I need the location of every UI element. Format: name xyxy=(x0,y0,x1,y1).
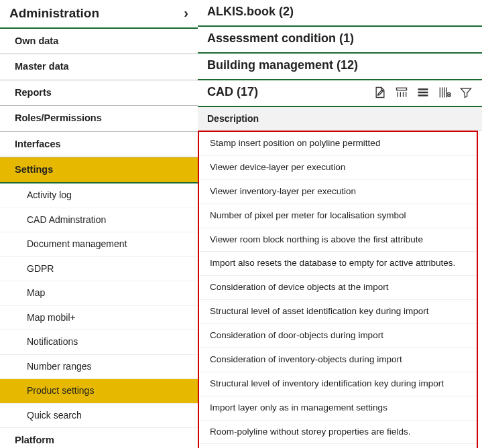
sidebar-sub-map[interactable]: Map xyxy=(0,281,198,306)
sidebar: Administration › Own data Master data Re… xyxy=(0,0,198,448)
sidebar-sub-gdpr[interactable]: GDPR xyxy=(0,257,198,282)
table-row[interactable]: Stamp insert position on polyline permit… xyxy=(199,132,477,156)
table-row[interactable]: Structural level of asset identification… xyxy=(199,300,477,324)
section-cad[interactable]: CAD (17) xyxy=(198,80,482,107)
sidebar-header[interactable]: Administration › xyxy=(0,0,198,29)
sidebar-item-master-data[interactable]: Master data xyxy=(0,54,198,80)
section-building-management[interactable]: Building management (12) xyxy=(198,54,482,80)
table-row[interactable]: Import layer only as in management setti… xyxy=(199,396,477,421)
table-row[interactable]: Viewer room block northing is above the … xyxy=(199,228,477,252)
table-row[interactable]: Consideration of door-objects during imp… xyxy=(199,324,477,348)
section-toolbar xyxy=(373,86,473,99)
sidebar-item-platform[interactable]: Platform xyxy=(0,428,198,448)
sidebar-sub-cad-administration[interactable]: CAD Adminstration xyxy=(0,208,198,233)
section-assessment-condition[interactable]: Assessment condition (1) xyxy=(198,27,482,54)
sidebar-item-own-data[interactable]: Own data xyxy=(0,29,198,54)
filter-icon[interactable] xyxy=(459,86,473,99)
sidebar-sub-product-settings[interactable]: Product settings xyxy=(0,379,198,404)
sidebar-sub-document-management[interactable]: Document management xyxy=(0,232,198,257)
table-row[interactable]: Consideration of window-objects during i… xyxy=(199,444,477,448)
settings-icon[interactable] xyxy=(438,86,451,99)
description-table: Stamp insert position on polyline permit… xyxy=(198,131,478,448)
sidebar-item-roles-permissions[interactable]: Roles/Permissions xyxy=(0,106,198,131)
sidebar-sub-number-ranges[interactable]: Number ranges xyxy=(0,355,198,380)
table-row[interactable]: Consideration of device objects at the i… xyxy=(199,276,477,300)
table-row[interactable]: Import also resets the database to empty… xyxy=(199,252,477,276)
table-row[interactable]: Viewer inventory-layer per execution xyxy=(199,180,477,204)
columns-icon[interactable] xyxy=(395,86,408,99)
sidebar-sub-quick-search[interactable]: Quick search xyxy=(0,404,198,429)
svg-rect-0 xyxy=(397,88,407,90)
svg-rect-6 xyxy=(418,91,428,93)
table-row[interactable]: Number of pixel per meter for localisati… xyxy=(199,204,477,228)
sidebar-sub-activity-log[interactable]: Activity log xyxy=(0,183,198,208)
sidebar-sub-notifications[interactable]: Notifications xyxy=(0,330,198,355)
sidebar-sub-map-mobil[interactable]: Map mobil+ xyxy=(0,306,198,331)
chevron-right-icon: › xyxy=(184,5,188,21)
table-row[interactable]: Room-polyline without storey properties … xyxy=(199,421,477,445)
sidebar-item-reports[interactable]: Reports xyxy=(0,80,198,106)
svg-rect-7 xyxy=(418,94,428,96)
table-row[interactable]: Consideration of inventory-objects durin… xyxy=(199,348,477,372)
section-alkis-book[interactable]: ALKIS.book (2) xyxy=(198,0,482,27)
description-header: Description xyxy=(198,107,482,131)
edit-icon[interactable] xyxy=(373,86,387,99)
sidebar-item-settings[interactable]: Settings xyxy=(0,157,198,183)
sidebar-title: Administration xyxy=(9,6,99,21)
table-row[interactable]: Structural level of inventory identifica… xyxy=(199,372,477,396)
main-content: ALKIS.book (2) Assessment condition (1) … xyxy=(198,0,482,448)
table-row[interactable]: Viewer device-layer per execution xyxy=(199,156,477,180)
sidebar-item-interfaces[interactable]: Interfaces xyxy=(0,132,198,157)
svg-rect-5 xyxy=(418,88,428,90)
list-icon[interactable] xyxy=(416,86,430,99)
svg-point-13 xyxy=(448,94,450,95)
